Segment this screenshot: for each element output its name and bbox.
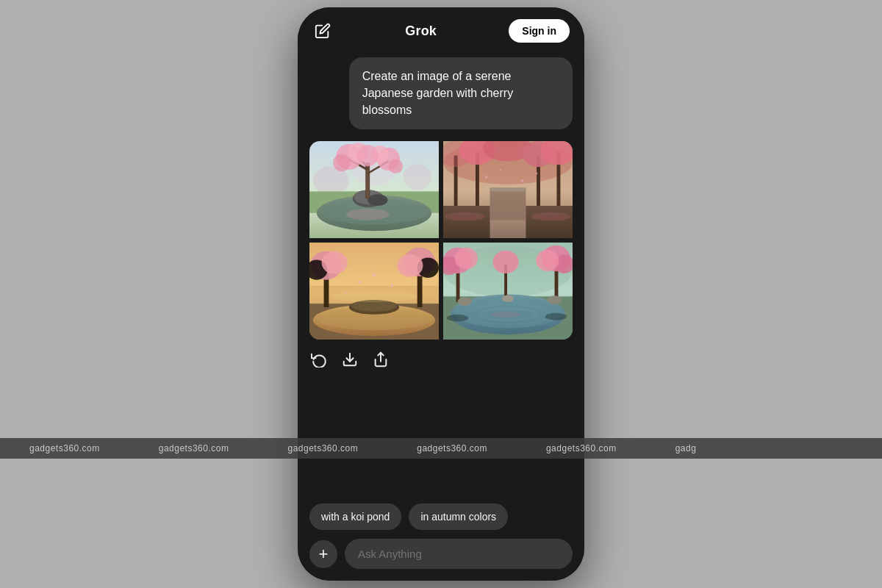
plus-icon: + [319, 545, 329, 564]
svg-point-82 [548, 295, 562, 304]
chip-koi-pond[interactable]: with a koi pond [309, 503, 401, 530]
svg-point-74 [455, 247, 478, 268]
svg-point-81 [458, 297, 473, 306]
svg-point-86 [492, 311, 520, 317]
input-row: + [309, 539, 573, 569]
refresh-icon[interactable] [311, 351, 327, 371]
svg-point-83 [502, 295, 514, 302]
image-grid [309, 141, 573, 340]
watermark-4: gadgets360.com [387, 443, 517, 453]
page-wrapper: gadgets360.com gadgets360.com gadgets360… [0, 0, 882, 588]
edit-icon[interactable] [312, 21, 333, 41]
chip-autumn[interactable]: in autumn colors [409, 503, 508, 530]
svg-point-78 [536, 249, 559, 270]
svg-point-36 [485, 175, 488, 178]
sign-in-button[interactable]: Sign in [509, 19, 570, 43]
svg-point-22 [346, 208, 390, 220]
svg-point-80 [492, 250, 518, 273]
action-icons-row [309, 348, 573, 374]
svg-point-85 [545, 312, 567, 320]
bottom-area: with a koi pond in autumn colors + [298, 496, 584, 581]
suggestion-chips: with a koi pond in autumn colors [309, 503, 573, 530]
svg-point-38 [521, 179, 524, 182]
svg-rect-43 [526, 206, 573, 238]
watermark-2: gadgets360.com [129, 443, 259, 453]
svg-point-45 [531, 212, 571, 220]
app-title: Grok [405, 24, 437, 39]
svg-point-58 [397, 254, 423, 276]
image-4[interactable] [443, 243, 573, 340]
svg-point-37 [500, 168, 502, 171]
watermark-3: gadgets360.com [258, 443, 387, 453]
svg-point-21 [357, 144, 379, 165]
image-3[interactable] [309, 243, 439, 340]
watermark-6: gadg [646, 443, 726, 453]
svg-point-63 [390, 284, 393, 287]
watermark-1: gadgets360.com [0, 443, 129, 453]
ask-input[interactable] [345, 539, 573, 569]
svg-point-20 [389, 159, 404, 173]
watermark-bar: gadgets360.com gadgets360.com gadgets360… [0, 438, 882, 459]
svg-rect-40 [490, 187, 526, 220]
content-area[interactable]: Create an image of a serene Japanese gar… [298, 50, 584, 496]
share-icon[interactable] [373, 351, 389, 371]
svg-point-44 [445, 212, 485, 220]
add-button[interactable]: + [309, 540, 337, 568]
svg-point-2 [403, 164, 431, 190]
svg-rect-42 [443, 206, 490, 238]
user-message-bubble: Create an image of a serene Japanese gar… [349, 57, 573, 129]
svg-point-62 [373, 273, 376, 276]
svg-point-65 [331, 290, 417, 302]
image-2[interactable] [443, 141, 573, 238]
svg-point-17 [333, 154, 350, 171]
svg-point-54 [322, 251, 348, 273]
svg-rect-41 [490, 187, 526, 191]
image-1[interactable] [309, 141, 439, 238]
user-message-text: Create an image of a serene Japanese gar… [362, 70, 513, 116]
phone-shell: Grok Sign in Create an image of a serene… [298, 7, 584, 581]
top-bar: Grok Sign in [298, 7, 584, 50]
svg-point-61 [358, 280, 361, 283]
download-icon[interactable] [342, 351, 358, 371]
watermark-5: gadgets360.com [517, 443, 646, 453]
svg-point-39 [536, 172, 538, 174]
svg-point-9 [368, 194, 387, 206]
